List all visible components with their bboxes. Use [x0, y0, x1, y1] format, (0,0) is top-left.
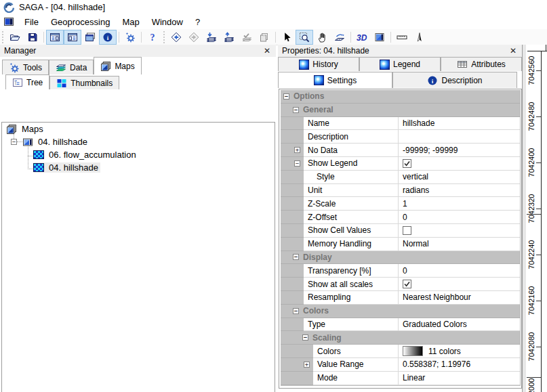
setting-label[interactable]: Show Cell Values — [304, 224, 399, 238]
menu-item-geoprocessing[interactable]: Geoprocessing — [45, 16, 116, 28]
tab-description[interactable]: iDescription — [392, 72, 517, 88]
zoom-tool-button[interactable] — [296, 30, 313, 45]
section-expander[interactable]: − — [293, 308, 299, 314]
measure-tool-button[interactable] — [331, 30, 348, 45]
setting-value[interactable]: radians — [399, 184, 520, 198]
tree-item-content[interactable]: Maps — [6, 124, 45, 135]
scale-bar-button[interactable] — [393, 30, 411, 45]
tree-item[interactable]: 04. hillshade — [2, 161, 275, 174]
setting-value[interactable]: 0 — [399, 211, 520, 224]
setting-value[interactable]: 0 — [399, 264, 520, 278]
tree-item[interactable]: −04. hillshade — [2, 135, 275, 148]
help-button[interactable]: ? — [144, 30, 161, 45]
setting-label[interactable]: Value Range — [313, 358, 399, 372]
setting-label[interactable]: Show at all scales — [304, 278, 399, 291]
setting-value[interactable]: 1 — [399, 197, 520, 211]
save-button[interactable] — [24, 30, 41, 45]
section-expander[interactable]: − — [302, 334, 308, 341]
menu-item-[interactable]: ? — [189, 16, 206, 28]
setting-value[interactable]: -99999; -99999 — [399, 144, 520, 157]
section-expander[interactable]: − — [293, 107, 299, 113]
settings-section-options[interactable]: −Options — [281, 90, 520, 104]
checkbox-unchecked[interactable] — [403, 226, 411, 235]
add-all-layers-button[interactable] — [220, 30, 238, 45]
setting-label[interactable]: Name — [304, 117, 399, 131]
tab-attributes[interactable]: Attributes — [441, 57, 522, 71]
setting-value[interactable]: 0.558387; 1.19976 — [399, 358, 520, 372]
tool-chains-button[interactable] — [121, 30, 139, 45]
properties-close-icon[interactable]: ✕ — [510, 46, 516, 56]
tree-item-content[interactable]: 06. flow_accumulation — [33, 150, 138, 160]
tree-item-content[interactable]: 04. hillshade — [33, 162, 100, 173]
setting-value[interactable] — [399, 157, 520, 171]
setting-label[interactable]: Colors — [313, 345, 399, 358]
setting-label[interactable]: Mode — [313, 372, 399, 385]
tab-tools[interactable]: Tools — [2, 60, 49, 74]
setting-value[interactable] — [399, 224, 520, 238]
setting-label[interactable]: Memory Handling — [304, 238, 399, 251]
tab-thumbnails[interactable]: Thumbnails — [49, 76, 119, 89]
setting-value[interactable]: Linear — [399, 372, 520, 385]
row-expander[interactable]: − — [294, 160, 300, 167]
setting-label[interactable]: Type — [304, 318, 399, 332]
setting-value[interactable]: vertical — [399, 171, 520, 184]
view-3d-button[interactable]: 3D — [353, 30, 371, 45]
tree-item[interactable]: 06. flow_accumulation — [2, 148, 275, 161]
row-indent — [281, 171, 304, 184]
tab-tree[interactable]: Tree — [5, 74, 49, 89]
show-manager-button[interactable] — [46, 30, 64, 45]
tab-data[interactable]: Data — [49, 60, 94, 74]
color-ramp-swatch[interactable] — [403, 346, 423, 356]
add-layer-button[interactable] — [203, 30, 220, 45]
setting-label[interactable]: Resampling — [304, 291, 399, 305]
toolbar-grip[interactable] — [162, 31, 167, 43]
menu-item-file[interactable]: File — [18, 16, 45, 28]
tab-maps[interactable]: Maps — [94, 57, 141, 74]
menu-item-window[interactable]: Window — [146, 16, 189, 28]
setting-label[interactable]: Transparency [%] — [304, 264, 399, 278]
tree-item-content[interactable]: 04. hillshade — [22, 137, 89, 148]
tree-item[interactable]: Maps — [2, 123, 275, 135]
setting-value[interactable]: Normal — [399, 238, 520, 251]
setting-value[interactable]: Nearest Neighbour — [399, 291, 520, 305]
show-messages-button[interactable] — [64, 30, 81, 45]
tab-label: History — [312, 60, 338, 69]
manager-close-icon[interactable]: ✕ — [264, 46, 270, 56]
setting-label[interactable]: Z-Scale — [304, 197, 399, 211]
setting-label[interactable]: Description — [304, 130, 399, 144]
toolbar-grip[interactable] — [1, 31, 5, 43]
setting-value[interactable] — [399, 278, 520, 291]
show-data-source-button[interactable] — [81, 30, 99, 45]
setting-label[interactable]: Style — [304, 171, 399, 184]
tab-history[interactable]: History — [278, 57, 359, 71]
setting-value[interactable]: hillshade — [399, 117, 520, 131]
pan-tool-button[interactable] — [313, 30, 331, 45]
save-as-image-button[interactable] — [371, 30, 388, 45]
menu-item-map[interactable]: Map — [116, 16, 145, 28]
settings-section-general[interactable]: −General — [281, 104, 520, 117]
show-properties-button[interactable]: i — [99, 30, 117, 45]
checkbox-checked[interactable] — [403, 159, 411, 168]
tree-expander[interactable]: − — [11, 139, 17, 145]
pointer-tool-button[interactable] — [278, 30, 296, 45]
setting-label[interactable]: No Data — [304, 144, 399, 157]
row-expander[interactable]: + — [294, 147, 300, 153]
north-arrow-button[interactable] — [411, 30, 428, 45]
section-expander[interactable]: − — [283, 93, 289, 100]
tab-legend[interactable]: Legend — [359, 57, 441, 71]
row-expander[interactable]: + — [304, 362, 310, 368]
zoom-previous-button[interactable] — [167, 30, 185, 45]
setting-label[interactable]: Z-Offset — [304, 211, 399, 224]
tab-settings[interactable]: Settings — [278, 72, 392, 88]
setting-value[interactable]: 11 colors — [399, 345, 520, 358]
setting-value[interactable] — [399, 130, 520, 144]
setting-label[interactable]: Unit — [304, 184, 399, 198]
checkbox-checked[interactable] — [403, 280, 411, 288]
settings-section-colors[interactable]: −Colors — [281, 305, 520, 318]
setting-label[interactable]: Show Legend — [304, 157, 399, 171]
settings-section-scaling[interactable]: −Scaling — [281, 331, 520, 345]
setting-value[interactable]: Graduated Colors — [399, 318, 520, 332]
settings-section-display[interactable]: −Display — [281, 251, 520, 265]
open-button[interactable] — [6, 30, 24, 45]
section-expander[interactable]: − — [293, 254, 299, 260]
